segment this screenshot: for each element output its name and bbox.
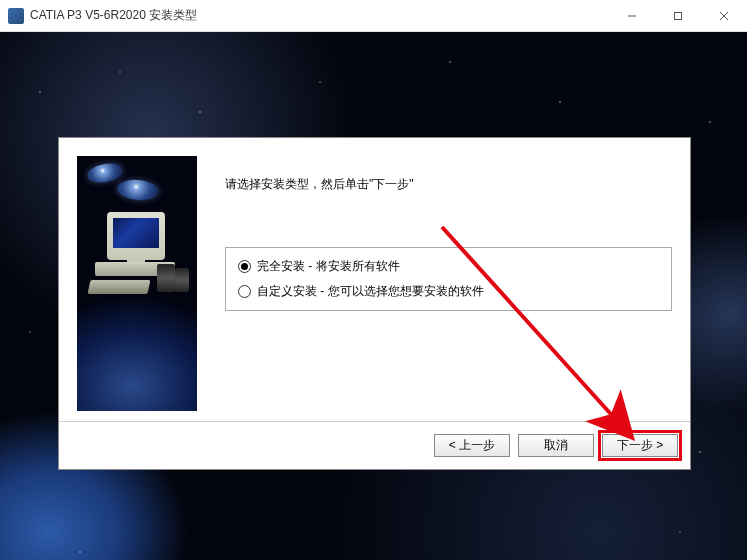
minimize-button[interactable] <box>609 0 655 31</box>
instruction-text: 请选择安装类型，然后单击"下一步" <box>225 176 672 193</box>
installer-dialog: 请选择安装类型，然后单击"下一步" 完全安装 - 将安装所有软件 自定义安装 -… <box>58 137 691 470</box>
svg-rect-1 <box>675 12 682 19</box>
titlebar: CATIA P3 V5-6R2020 安装类型 <box>0 0 747 32</box>
cancel-button[interactable]: 取消 <box>518 434 594 457</box>
maximize-button[interactable] <box>655 0 701 31</box>
back-button[interactable]: < 上一步 <box>434 434 510 457</box>
window-controls <box>609 0 747 31</box>
install-type-group: 完全安装 - 将安装所有软件 自定义安装 - 您可以选择您想要安装的软件 <box>225 247 672 311</box>
content-area: 请选择安装类型，然后单击"下一步" 完全安装 - 将安装所有软件 自定义安装 -… <box>0 32 747 560</box>
installer-window: CATIA P3 V5-6R2020 安装类型 <box>0 0 747 560</box>
radio-button-icon <box>238 285 251 298</box>
close-button[interactable] <box>701 0 747 31</box>
main-panel: 请选择安装类型，然后单击"下一步" 完全安装 - 将安装所有软件 自定义安装 -… <box>225 156 672 421</box>
radio-full-install[interactable]: 完全安装 - 将安装所有软件 <box>238 258 659 275</box>
radio-button-icon <box>238 260 251 273</box>
next-button[interactable]: 下一步 > <box>602 434 678 457</box>
window-title: CATIA P3 V5-6R2020 安装类型 <box>30 7 609 24</box>
radio-full-label: 完全安装 - 将安装所有软件 <box>257 258 400 275</box>
dialog-footer: < 上一步 取消 下一步 > <box>59 421 690 469</box>
radio-custom-install[interactable]: 自定义安装 - 您可以选择您想要安装的软件 <box>238 283 659 300</box>
dialog-body: 请选择安装类型，然后单击"下一步" 完全安装 - 将安装所有软件 自定义安装 -… <box>59 138 690 421</box>
app-icon <box>8 8 24 24</box>
installer-sidebar-graphic <box>77 156 197 411</box>
radio-custom-label: 自定义安装 - 您可以选择您想要安装的软件 <box>257 283 484 300</box>
